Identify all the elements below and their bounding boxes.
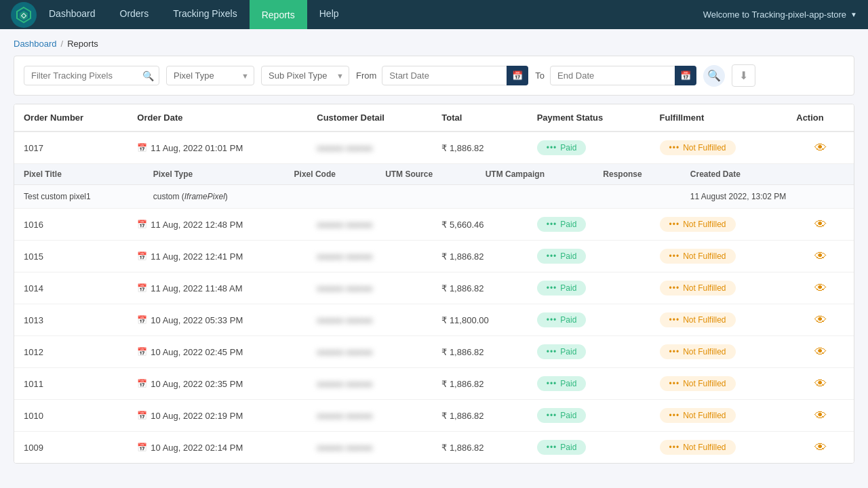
- sub-pixel-type-wrap: Sub Pixel Type ▼: [261, 66, 349, 85]
- table-row: 1009 📅 10 Aug, 2022 02:14 PM ●●●●● ●●●●●…: [14, 432, 854, 464]
- view-button[interactable]: 👁: [796, 218, 844, 232]
- customer-name: ●●●●● ●●●●●: [317, 347, 372, 357]
- pixel-col-created: Created Date: [681, 164, 854, 185]
- customer-detail-cell: ●●●●● ●●●●●: [307, 131, 432, 164]
- not-fulfilled-badge: ••• Not Fulfilled: [660, 408, 736, 423]
- action-cell: 👁: [787, 272, 854, 304]
- pixel-col-utm-source: UTM Source: [376, 164, 476, 185]
- start-date-calendar-button[interactable]: 📅: [507, 66, 528, 85]
- order-date-cell: 📅 10 Aug, 2022 02:14 PM: [127, 432, 307, 464]
- pixel-type-select[interactable]: Pixel Type: [166, 66, 254, 85]
- not-fulfilled-badge: ••• Not Fulfilled: [660, 249, 736, 264]
- download-icon: ⬇: [739, 69, 748, 82]
- search-button[interactable]: 🔍: [703, 65, 725, 87]
- paid-badge: ••• Paid: [537, 140, 587, 155]
- fulfillment-cell: ••• Not Fulfilled: [650, 304, 787, 336]
- order-number-cell: 1009: [14, 432, 127, 464]
- start-date-wrap: 📅: [382, 66, 528, 85]
- nav-reports[interactable]: Reports: [250, 0, 307, 29]
- order-number-cell: 1010: [14, 400, 127, 432]
- view-button[interactable]: 👁: [796, 249, 844, 264]
- payment-status-cell: ••• Paid: [528, 304, 650, 336]
- not-fulfilled-badge: ••• Not Fulfilled: [660, 344, 736, 359]
- customer-detail-cell: ●●●●● ●●●●●: [307, 209, 432, 241]
- action-cell: 👁: [787, 304, 854, 336]
- view-button[interactable]: 👁: [796, 281, 844, 296]
- total-cell: ₹ 1,886.82: [432, 400, 527, 432]
- table-row: 1015 📅 11 Aug, 2022 12:41 PM ●●●●● ●●●●●…: [14, 241, 854, 272]
- not-fulfilled-badge: ••• Not Fulfilled: [660, 376, 736, 391]
- view-button[interactable]: 👁: [796, 409, 844, 423]
- breadcrumb-current: Reports: [67, 39, 98, 49]
- order-number-cell: 1015: [14, 241, 127, 272]
- date-icon: 📅: [137, 143, 147, 152]
- pixel-col-response: Response: [593, 164, 681, 185]
- table-body: 1017 📅 11 Aug, 2022 01:01 PM ●●●●● ●●●●●…: [14, 131, 854, 463]
- order-number-cell: 1011: [14, 368, 127, 400]
- view-button[interactable]: 👁: [796, 345, 844, 359]
- paid-badge: ••• Paid: [537, 281, 587, 296]
- filter-search-icon[interactable]: 🔍: [142, 70, 154, 81]
- order-date-cell: 📅 10 Aug, 2022 05:33 PM: [127, 304, 307, 336]
- date-from-group: From 📅: [356, 66, 528, 85]
- view-button[interactable]: 👁: [796, 441, 844, 455]
- view-button[interactable]: 👁: [796, 141, 844, 155]
- pixel-title: Test custom pixel1: [14, 185, 144, 209]
- nav-dashboard[interactable]: Dashboard: [37, 0, 108, 29]
- table-row: 1013 📅 10 Aug, 2022 05:33 PM ●●●●● ●●●●●…: [14, 304, 854, 336]
- chevron-down-icon: ▼: [850, 11, 857, 18]
- payment-status-cell: ••• Paid: [528, 131, 650, 164]
- view-button[interactable]: 👁: [796, 313, 844, 327]
- nav-orders[interactable]: Orders: [108, 0, 161, 29]
- nav-tracking-pixels[interactable]: Tracking Pixels: [161, 0, 249, 29]
- customer-detail-cell: ●●●●● ●●●●●: [307, 241, 432, 272]
- fulfillment-cell: ••• Not Fulfilled: [650, 131, 787, 164]
- pixel-detail-row: Pixel Title Pixel Type Pixel Code UTM So…: [14, 164, 854, 209]
- filter-tracking-pixels-wrap: 🔍: [24, 66, 159, 85]
- action-cell: 👁: [787, 368, 854, 400]
- customer-detail-cell: ●●●●● ●●●●●: [307, 336, 432, 368]
- customer-name: ●●●●● ●●●●●: [317, 379, 372, 389]
- calendar-icon: 📅: [512, 70, 523, 81]
- filter-tracking-pixels-input[interactable]: [24, 66, 159, 85]
- not-fulfilled-badge: ••• Not Fulfilled: [660, 217, 736, 232]
- download-button[interactable]: ⬇: [732, 64, 755, 87]
- fulfillment-cell: ••• Not Fulfilled: [650, 400, 787, 432]
- not-fulfilled-badge: ••• Not Fulfilled: [660, 312, 736, 327]
- table-row: 1010 📅 10 Aug, 2022 02:19 PM ●●●●● ●●●●●…: [14, 400, 854, 432]
- sub-pixel-type-select[interactable]: Sub Pixel Type: [261, 66, 349, 85]
- customer-detail-cell: ●●●●● ●●●●●: [307, 368, 432, 400]
- table-row: 1014 📅 11 Aug, 2022 11:48 AM ●●●●● ●●●●●…: [14, 272, 854, 304]
- paid-badge: ••• Paid: [537, 440, 587, 455]
- total-cell: ₹ 1,886.82: [432, 432, 527, 464]
- total-cell: ₹ 1,886.82: [432, 241, 527, 272]
- to-label: To: [535, 70, 545, 81]
- date-icon: 📅: [137, 283, 147, 293]
- date-icon: 📅: [137, 443, 147, 452]
- order-date-cell: 📅 11 Aug, 2022 01:01 PM: [127, 131, 307, 164]
- table-header: Order Number Order Date Customer Detail …: [14, 104, 854, 131]
- pixel-created-date: 11 August 2022, 13:02 PM: [681, 185, 854, 209]
- breadcrumb-parent[interactable]: Dashboard: [14, 39, 57, 49]
- view-button[interactable]: 👁: [796, 377, 844, 391]
- pixel-col-utm-campaign: UTM Campaign: [476, 164, 594, 185]
- table-row: 1012 📅 10 Aug, 2022 02:45 PM ●●●●● ●●●●●…: [14, 336, 854, 368]
- from-label: From: [356, 70, 376, 81]
- svg-text:◇: ◇: [20, 12, 27, 19]
- col-fulfillment: Fulfillment: [650, 104, 787, 131]
- nav-help[interactable]: Help: [307, 0, 351, 29]
- not-fulfilled-badge: ••• Not Fulfilled: [660, 140, 736, 155]
- fulfillment-cell: ••• Not Fulfilled: [650, 272, 787, 304]
- table-row: 1016 📅 11 Aug, 2022 12:48 PM ●●●●● ●●●●●…: [14, 209, 854, 241]
- order-date-cell: 📅 10 Aug, 2022 02:19 PM: [127, 400, 307, 432]
- customer-detail-cell: ●●●●● ●●●●●: [307, 272, 432, 304]
- date-icon: 📅: [137, 220, 147, 229]
- col-payment-status: Payment Status: [528, 104, 650, 131]
- end-date-calendar-button[interactable]: 📅: [675, 66, 696, 85]
- customer-name: ●●●●● ●●●●●: [317, 283, 372, 293]
- pixel-col-type: Pixel Type: [144, 164, 285, 185]
- date-icon: 📅: [137, 379, 147, 388]
- paid-badge: ••• Paid: [537, 249, 587, 264]
- payment-status-cell: ••• Paid: [528, 368, 650, 400]
- total-cell: ₹ 11,800.00: [432, 304, 527, 336]
